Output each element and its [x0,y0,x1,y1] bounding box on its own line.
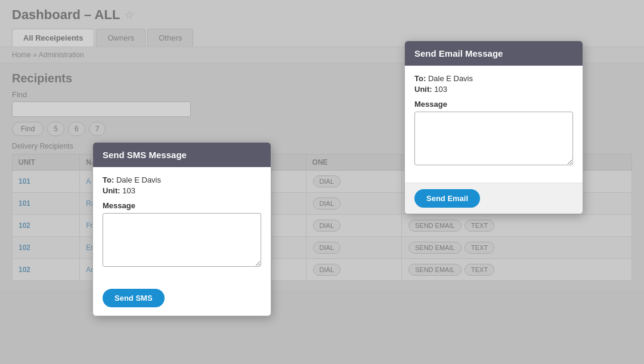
sms-modal-header: Send SMS Message [93,143,271,167]
sms-to-label: To: [103,175,114,184]
send-sms-button[interactable]: Send SMS [103,289,165,307]
email-modal-footer: Send Email [405,183,583,214]
email-modal: Send Email Message To: Dale E Davis Unit… [404,41,583,214]
email-message-label: Message [414,100,573,109]
sms-unit-value: 103 [122,186,135,195]
main-wrapper: Dashboard – ALL ☆ All Receipeients Owner… [0,0,644,364]
sms-message-label: Message [103,201,261,210]
email-unit-value: 103 [434,85,447,94]
email-message-input[interactable] [414,112,573,165]
email-to-label: To: [414,74,426,83]
sms-modal-body: To: Dale E Davis Unit: 103 Message [93,167,271,284]
sms-unit-row: Unit: 103 [103,186,261,195]
email-unit-row: Unit: 103 [414,85,573,94]
email-modal-title: Send Email Message [414,48,503,58]
email-to-value: Dale E Davis [428,74,473,83]
email-unit-label: Unit: [414,85,432,94]
sms-modal: Send SMS Message To: Dale E Davis Unit: … [92,142,271,316]
send-email-button[interactable]: Send Email [414,189,480,208]
sms-message-input[interactable] [103,213,261,267]
sms-modal-title: Send SMS Message [103,150,187,160]
email-modal-header: Send Email Message [405,41,583,66]
sms-to-row: To: Dale E Davis [103,175,261,184]
email-to-row: To: Dale E Davis [414,74,573,83]
email-modal-body: To: Dale E Davis Unit: 103 Message [405,66,583,183]
sms-to-value: Dale E Davis [116,175,161,184]
sms-unit-label: Unit: [103,186,120,195]
sms-modal-footer: Send SMS [93,284,271,316]
